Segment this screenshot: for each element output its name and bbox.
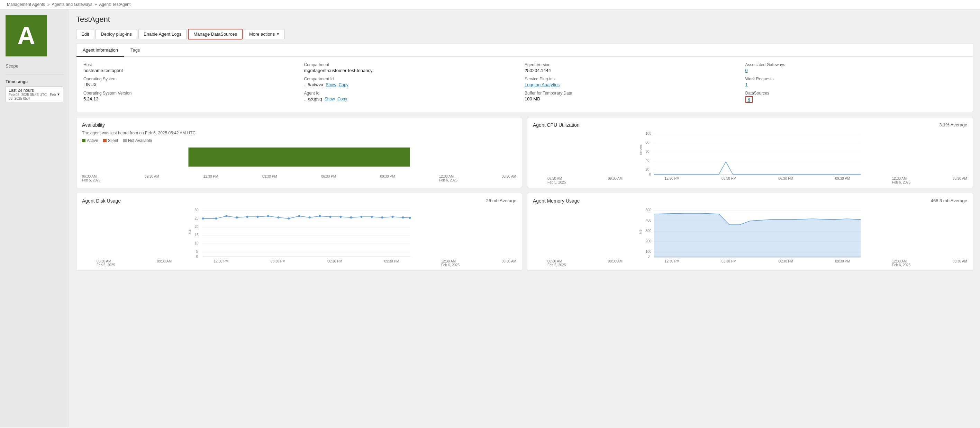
svg-point-49 [409, 217, 411, 219]
breadcrumb-current: Agent: TestAgent [99, 2, 130, 7]
svg-point-33 [247, 216, 248, 218]
time-range-selector[interactable]: Last 24 hours Feb 05, 2025 05:43 UTC - F… [6, 86, 63, 102]
datasources-value: 8 [745, 96, 959, 103]
manage-datasources-button[interactable]: Manage DataSources [188, 29, 243, 40]
availability-description: The agent was last heard from on Feb 6, … [82, 131, 516, 136]
svg-point-44 [361, 216, 363, 218]
agent-id-text: ...xzqpsq [304, 96, 322, 101]
info-col-4: Associated Gateways 0 Work Requests 1 Da… [745, 62, 966, 106]
svg-text:percent: percent [639, 144, 642, 155]
os-value: LINUX [83, 82, 297, 87]
buffer-value: 100 MB [525, 96, 738, 101]
os-label: Operating System [83, 77, 297, 81]
assoc-gateways-label: Associated Gateways [745, 62, 959, 67]
svg-point-45 [371, 216, 373, 218]
charts-row-2: Agent Disk Usage 26 mb Average 30 25 20 … [76, 193, 973, 271]
svg-text:MB: MB [639, 230, 642, 235]
availability-title: Availability [82, 122, 105, 128]
work-requests-link[interactable]: 1 [745, 82, 748, 87]
svg-marker-63 [654, 213, 861, 258]
svg-point-36 [278, 216, 280, 219]
legend-not-available: Not Available [123, 138, 152, 143]
svg-point-29 [202, 217, 204, 220]
host-value: hostname.testagent [83, 68, 297, 73]
agent-avatar: A [6, 15, 47, 56]
svg-point-34 [257, 216, 259, 218]
agent-letter: A [17, 21, 35, 50]
enable-agent-logs-button[interactable]: Enable Agent Logs [138, 29, 186, 39]
more-actions-label: More actions [249, 32, 275, 37]
agent-info-grid: Host hostname.testagent Operating System… [76, 57, 973, 112]
svg-point-40 [319, 215, 321, 217]
availability-legend: Active Silent Not Available [82, 138, 516, 143]
svg-point-46 [381, 216, 383, 219]
svg-point-41 [329, 216, 331, 218]
dropdown-arrow-icon: ▼ [276, 32, 280, 36]
scope-label: Scope [6, 63, 63, 69]
svg-point-47 [392, 216, 394, 218]
svg-text:MB: MB [188, 230, 191, 235]
legend-active: Active [82, 138, 98, 143]
not-available-label: Not Available [128, 138, 152, 143]
cpu-chart-card: Agent CPU Utilization 3.1% Average 100 8… [527, 117, 973, 188]
compartment-value: mgmtagent-customer-test-tenancy [304, 68, 518, 73]
datasources-link[interactable]: 8 [748, 97, 750, 102]
compartment-id-copy-link[interactable]: Copy [339, 82, 348, 87]
assoc-gateways-value: 0 [745, 68, 959, 73]
svg-rect-0 [189, 147, 410, 166]
agent-tabs: Agent information Tags [76, 44, 973, 57]
compartment-id-text: ...5adwva [304, 82, 323, 87]
time-range-value: Last 24 hours [9, 88, 57, 93]
svg-point-42 [340, 216, 342, 218]
service-plugins-value: Logging Analytics [525, 82, 738, 87]
availability-chart-svg [82, 146, 516, 174]
breadcrumb: Management Agents » Agents and Gateways … [0, 0, 980, 10]
svg-text:200: 200 [646, 239, 652, 243]
info-col-2: Compartment mgmtagent-customer-test-tena… [304, 62, 525, 106]
work-requests-value: 1 [745, 82, 959, 87]
service-plugins-label: Service Plug-ins [525, 77, 738, 81]
svg-point-30 [215, 217, 217, 220]
deploy-plugins-button[interactable]: Deploy plug-ins [95, 29, 137, 39]
tab-agent-information[interactable]: Agent information [76, 44, 124, 57]
agent-version-label: Agent Version [525, 62, 738, 67]
breadcrumb-management-agents[interactable]: Management Agents [7, 2, 45, 7]
memory-avg: 468.3 mb Average [931, 198, 967, 203]
memory-title: Agent Memory Usage [533, 198, 580, 204]
compartment-id-label: Compartment Id [304, 77, 518, 81]
svg-point-37 [288, 217, 290, 220]
svg-text:100: 100 [646, 132, 652, 136]
svg-point-39 [309, 216, 311, 219]
toolbar: Edit Deploy plug-ins Enable Agent Logs M… [76, 29, 973, 40]
time-range-sub: Feb 05, 2025 05:43 UTC - Feb 06, 2025 05… [9, 93, 57, 101]
svg-text:30: 30 [195, 208, 199, 212]
edit-button[interactable]: Edit [76, 29, 94, 39]
memory-chart-card: Agent Memory Usage 468.3 mb Average 500 … [527, 193, 973, 271]
disk-header: Agent Disk Usage 26 mb Average [82, 198, 516, 204]
svg-text:10: 10 [195, 241, 199, 245]
work-requests-label: Work Requests [745, 77, 959, 81]
disk-title: Agent Disk Usage [82, 198, 121, 204]
chevron-down-icon: ▼ [57, 93, 60, 96]
cpu-title: Agent CPU Utilization [533, 122, 580, 128]
logging-analytics-link[interactable]: Logging Analytics [525, 82, 560, 87]
availability-chart-area: 06:30 AMFeb 5, 2025 09:30 AM 12:30 PM 03… [82, 146, 516, 182]
assoc-gateways-link[interactable]: 0 [745, 68, 748, 73]
not-available-dot [123, 139, 127, 142]
info-col-1: Host hostname.testagent Operating System… [83, 62, 304, 106]
active-label: Active [87, 138, 98, 143]
agent-id-copy-link[interactable]: Copy [337, 97, 347, 101]
more-actions-button[interactable]: More actions ▼ [244, 29, 285, 39]
tab-tags[interactable]: Tags [124, 44, 146, 57]
cpu-x-axis: 06:30 AMFeb 5, 2025 09:30 AM 12:30 PM 03… [533, 177, 967, 184]
breadcrumb-agents-gateways[interactable]: Agents and Gateways [52, 2, 92, 7]
availability-card: Availability The agent was last heard fr… [76, 117, 522, 188]
svg-text:20: 20 [646, 168, 650, 171]
compartment-id-show-link[interactable]: Show [326, 82, 336, 87]
sidebar: A Scope Time range Last 24 hours Feb 05,… [0, 10, 69, 427]
datasources-label: DataSources [745, 91, 959, 96]
cpu-chart-svg: 100 80 60 40 20 0 percent [533, 131, 967, 176]
compartment-label: Compartment [304, 62, 518, 67]
time-range-label: Time range [6, 79, 63, 84]
agent-id-show-link[interactable]: Show [325, 97, 335, 101]
